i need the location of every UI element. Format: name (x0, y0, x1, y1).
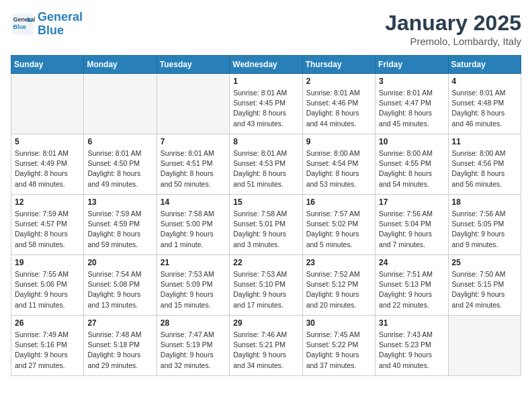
weekday-header: Monday (84, 56, 157, 74)
day-number: 3 (379, 77, 444, 86)
calendar-week-row: 5Sunrise: 8:01 AMSunset: 4:49 PMDaylight… (11, 134, 521, 195)
day-number: 2 (306, 77, 371, 86)
day-number: 26 (15, 318, 80, 328)
calendar-cell (448, 316, 521, 376)
calendar-cell: 15Sunrise: 7:58 AMSunset: 5:01 PMDayligh… (230, 195, 302, 255)
day-info: Sunrise: 7:50 AMSunset: 5:15 PMDaylight:… (452, 269, 517, 310)
day-number: 23 (306, 258, 371, 267)
calendar-cell: 25Sunrise: 7:50 AMSunset: 5:15 PMDayligh… (448, 255, 521, 316)
title-block: January 2025 Premolo, Lombardy, Italy (385, 11, 521, 47)
calendar-week-row: 12Sunrise: 7:59 AMSunset: 4:57 PMDayligh… (11, 195, 521, 255)
weekday-header: Wednesday (230, 56, 302, 74)
calendar-cell: 28Sunrise: 7:47 AMSunset: 5:19 PMDayligh… (157, 316, 229, 376)
calendar-cell: 10Sunrise: 8:00 AMSunset: 4:55 PMDayligh… (375, 134, 448, 195)
svg-text:Blue: Blue (13, 24, 27, 30)
day-number: 27 (87, 318, 152, 328)
day-number: 24 (379, 258, 444, 267)
day-info: Sunrise: 7:58 AMSunset: 5:00 PMDaylight:… (161, 209, 226, 250)
calendar-cell: 1Sunrise: 8:01 AMSunset: 4:45 PMDaylight… (230, 74, 302, 134)
day-info: Sunrise: 7:52 AMSunset: 5:12 PMDaylight:… (306, 269, 371, 310)
day-info: Sunrise: 7:48 AMSunset: 5:18 PMDaylight:… (87, 330, 152, 371)
day-number: 4 (452, 77, 517, 86)
weekday-header: Thursday (302, 56, 375, 74)
calendar-cell: 13Sunrise: 7:59 AMSunset: 4:59 PMDayligh… (84, 195, 157, 255)
day-number: 17 (379, 197, 444, 207)
day-info: Sunrise: 8:00 AMSunset: 4:54 PMDaylight:… (306, 148, 371, 189)
calendar-cell: 12Sunrise: 7:59 AMSunset: 4:57 PMDayligh… (11, 195, 84, 255)
day-number: 20 (87, 258, 152, 267)
day-info: Sunrise: 7:49 AMSunset: 5:16 PMDaylight:… (15, 330, 80, 371)
day-number: 28 (161, 318, 226, 328)
day-info: Sunrise: 8:00 AMSunset: 4:56 PMDaylight:… (452, 148, 517, 189)
day-info: Sunrise: 7:53 AMSunset: 5:10 PMDaylight:… (233, 269, 298, 310)
calendar-cell: 18Sunrise: 7:56 AMSunset: 5:05 PMDayligh… (448, 195, 521, 255)
weekday-header: Friday (375, 56, 448, 74)
calendar-cell: 24Sunrise: 7:51 AMSunset: 5:13 PMDayligh… (375, 255, 448, 316)
month-title: January 2025 (385, 11, 521, 36)
calendar-cell: 26Sunrise: 7:49 AMSunset: 5:16 PMDayligh… (11, 316, 84, 376)
calendar-cell: 2Sunrise: 8:01 AMSunset: 4:46 PMDaylight… (302, 74, 375, 134)
logo: General Blue GeneralBlue (11, 11, 83, 38)
calendar-cell: 16Sunrise: 7:57 AMSunset: 5:02 PMDayligh… (302, 195, 375, 255)
calendar-cell: 11Sunrise: 8:00 AMSunset: 4:56 PMDayligh… (448, 134, 521, 195)
day-number: 10 (379, 137, 444, 146)
day-number: 8 (233, 137, 298, 146)
day-info: Sunrise: 7:58 AMSunset: 5:01 PMDaylight:… (233, 209, 298, 250)
calendar-cell: 23Sunrise: 7:52 AMSunset: 5:12 PMDayligh… (302, 255, 375, 316)
day-number: 21 (161, 258, 226, 267)
day-info: Sunrise: 7:59 AMSunset: 4:57 PMDaylight:… (15, 209, 80, 250)
day-number: 15 (233, 197, 298, 207)
day-info: Sunrise: 7:57 AMSunset: 5:02 PMDaylight:… (306, 209, 371, 250)
day-number: 29 (233, 318, 298, 328)
calendar-cell: 7Sunrise: 8:01 AMSunset: 4:51 PMDaylight… (157, 134, 229, 195)
day-number: 1 (233, 77, 298, 86)
calendar-cell: 20Sunrise: 7:54 AMSunset: 5:08 PMDayligh… (84, 255, 157, 316)
day-number: 25 (452, 258, 517, 267)
day-info: Sunrise: 7:54 AMSunset: 5:08 PMDaylight:… (87, 269, 152, 310)
weekday-header: Saturday (448, 56, 521, 74)
day-info: Sunrise: 8:01 AMSunset: 4:49 PMDaylight:… (15, 148, 80, 189)
day-info: Sunrise: 7:43 AMSunset: 5:23 PMDaylight:… (379, 330, 444, 371)
calendar-cell: 3Sunrise: 8:01 AMSunset: 4:47 PMDaylight… (375, 74, 448, 134)
day-info: Sunrise: 7:56 AMSunset: 5:05 PMDaylight:… (452, 209, 517, 250)
weekday-header: Tuesday (157, 56, 229, 74)
day-info: Sunrise: 8:01 AMSunset: 4:46 PMDaylight:… (306, 88, 371, 129)
calendar-cell: 8Sunrise: 8:01 AMSunset: 4:53 PMDaylight… (230, 134, 302, 195)
calendar-cell: 30Sunrise: 7:45 AMSunset: 5:22 PMDayligh… (302, 316, 375, 376)
day-number: 22 (233, 258, 298, 267)
calendar-cell: 31Sunrise: 7:43 AMSunset: 5:23 PMDayligh… (375, 316, 448, 376)
calendar-cell: 6Sunrise: 8:01 AMSunset: 4:50 PMDaylight… (84, 134, 157, 195)
day-number: 13 (87, 197, 152, 207)
page-header: General Blue GeneralBlue January 2025 Pr… (11, 11, 521, 47)
calendar-cell: 27Sunrise: 7:48 AMSunset: 5:18 PMDayligh… (84, 316, 157, 376)
day-info: Sunrise: 8:01 AMSunset: 4:51 PMDaylight:… (161, 148, 226, 189)
location: Premolo, Lombardy, Italy (385, 36, 521, 47)
calendar-cell: 14Sunrise: 7:58 AMSunset: 5:00 PMDayligh… (157, 195, 229, 255)
calendar-header-row: SundayMondayTuesdayWednesdayThursdayFrid… (11, 56, 521, 74)
calendar-cell (84, 74, 157, 134)
svg-text:General: General (13, 16, 35, 23)
day-number: 16 (306, 197, 371, 207)
day-info: Sunrise: 7:45 AMSunset: 5:22 PMDaylight:… (306, 330, 371, 371)
day-number: 12 (15, 197, 80, 207)
day-info: Sunrise: 8:00 AMSunset: 4:55 PMDaylight:… (379, 148, 444, 189)
calendar-cell: 29Sunrise: 7:46 AMSunset: 5:21 PMDayligh… (230, 316, 302, 376)
calendar-week-row: 1Sunrise: 8:01 AMSunset: 4:45 PMDaylight… (11, 74, 521, 134)
day-number: 19 (15, 258, 80, 267)
day-number: 31 (379, 318, 444, 328)
day-info: Sunrise: 7:51 AMSunset: 5:13 PMDaylight:… (379, 269, 444, 310)
calendar-cell: 22Sunrise: 7:53 AMSunset: 5:10 PMDayligh… (230, 255, 302, 316)
calendar-cell: 17Sunrise: 7:56 AMSunset: 5:04 PMDayligh… (375, 195, 448, 255)
weekday-header: Sunday (11, 56, 84, 74)
calendar-week-row: 19Sunrise: 7:55 AMSunset: 5:06 PMDayligh… (11, 255, 521, 316)
calendar-cell: 5Sunrise: 8:01 AMSunset: 4:49 PMDaylight… (11, 134, 84, 195)
day-number: 11 (452, 137, 517, 146)
day-info: Sunrise: 8:01 AMSunset: 4:48 PMDaylight:… (452, 88, 517, 129)
day-info: Sunrise: 8:01 AMSunset: 4:53 PMDaylight:… (233, 148, 298, 189)
day-number: 18 (452, 197, 517, 207)
day-number: 5 (15, 137, 80, 146)
day-info: Sunrise: 7:53 AMSunset: 5:09 PMDaylight:… (161, 269, 226, 310)
day-number: 14 (161, 197, 226, 207)
day-info: Sunrise: 7:46 AMSunset: 5:21 PMDaylight:… (233, 330, 298, 371)
day-info: Sunrise: 7:59 AMSunset: 4:59 PMDaylight:… (87, 209, 152, 250)
